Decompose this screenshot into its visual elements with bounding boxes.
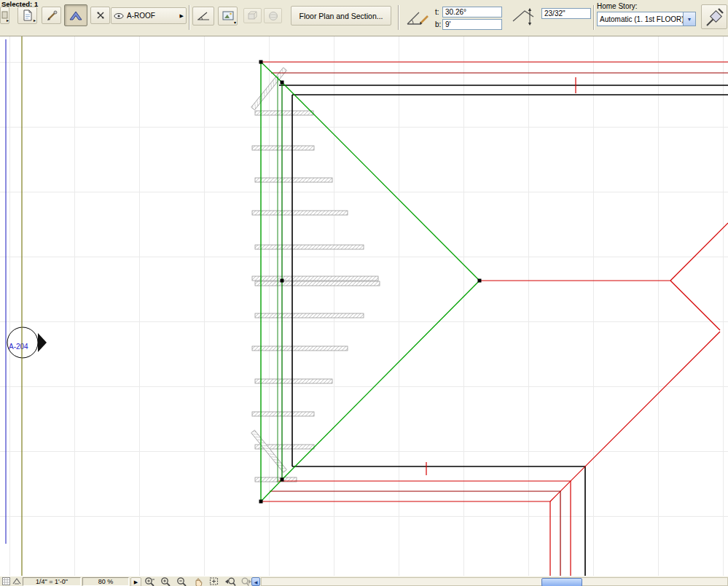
scale-value: 1/4" = 1'-0" bbox=[36, 578, 68, 585]
scrollbar-thumb[interactable] bbox=[541, 578, 582, 586]
zoom-tool-button[interactable] bbox=[143, 577, 157, 586]
zoom-in-button[interactable] bbox=[159, 577, 173, 586]
bottom-toolbar: 1/4" = 1'-0" 80 % ▶ bbox=[0, 576, 728, 586]
pan-button[interactable] bbox=[191, 577, 206, 586]
image-icon bbox=[222, 11, 234, 21]
figure-button[interactable]: ▾ bbox=[218, 7, 238, 26]
transform-tool-button[interactable] bbox=[90, 7, 110, 24]
roof-tool-icon bbox=[69, 9, 83, 22]
pitch-label: t: bbox=[435, 8, 439, 16]
zoom-icon bbox=[144, 577, 156, 586]
chevron-down-icon[interactable]: ▼ bbox=[683, 12, 695, 26]
base-label: b: bbox=[435, 20, 441, 28]
pick-up-parameters-button[interactable] bbox=[701, 4, 727, 29]
toolbar-separator bbox=[398, 5, 399, 30]
horizontal-scrollbar[interactable] bbox=[261, 577, 728, 586]
zoom-indicator[interactable]: 80 % bbox=[82, 577, 129, 586]
pitch-input[interactable] bbox=[442, 7, 502, 17]
section-marker-label: A-204 bbox=[9, 343, 28, 351]
home-story-value: Automatic (1. 1st FLOOR) bbox=[598, 12, 683, 26]
home-story-select[interactable]: Automatic (1. 1st FLOOR) ▼ bbox=[597, 12, 696, 26]
fit-in-window-button[interactable] bbox=[207, 577, 222, 586]
drawing-canvas[interactable]: A-204 bbox=[0, 36, 728, 576]
scale-indicator[interactable]: 1/4" = 1'-0" bbox=[23, 577, 81, 586]
sphere-icon bbox=[268, 11, 278, 21]
zoom-menu-button[interactable]: ▶ bbox=[130, 577, 141, 586]
zoom-out-button[interactable] bbox=[175, 577, 189, 586]
roof-pitch-icon bbox=[196, 10, 211, 22]
toolbar-separator bbox=[593, 5, 595, 30]
model-view-button[interactable] bbox=[243, 8, 262, 23]
eye-icon bbox=[114, 12, 124, 20]
previous-zoom-icon bbox=[224, 577, 236, 586]
floor-plan-and-section-button[interactable]: Floor Plan and Section... bbox=[291, 6, 391, 26]
pitch-angle-icon bbox=[405, 6, 431, 32]
eyedropper-icon bbox=[704, 6, 724, 28]
document-icon bbox=[23, 9, 33, 21]
next-zoom-icon bbox=[240, 577, 252, 586]
zoom-out-icon bbox=[176, 577, 188, 586]
roof-offset-icon bbox=[510, 7, 536, 30]
grid-table-icon bbox=[2, 577, 10, 585]
archicad-window: Selected: 1 ▸ ▸ bbox=[0, 0, 728, 586]
base-height-input[interactable] bbox=[442, 19, 502, 30]
previous-zoom-button[interactable] bbox=[223, 577, 238, 586]
zoom-in-icon bbox=[160, 577, 172, 586]
roof-glyph-icon bbox=[12, 577, 21, 585]
pan-options-button[interactable] bbox=[12, 577, 21, 586]
edge-tool-button[interactable]: ▸ bbox=[0, 7, 9, 24]
cross-arrows-icon bbox=[95, 9, 106, 21]
hand-icon bbox=[193, 577, 203, 586]
scroll-left-button[interactable]: ◀ bbox=[251, 577, 260, 586]
flyout-arrow-icon: ▾ bbox=[234, 20, 236, 25]
offset-input[interactable] bbox=[541, 8, 591, 19]
floor-plan-button-label: Floor Plan and Section... bbox=[300, 12, 383, 20]
layer-selector[interactable]: A-ROOF ▶ bbox=[111, 7, 187, 24]
toolbar-separator bbox=[189, 5, 190, 30]
layer-name: A-ROOF bbox=[127, 12, 177, 20]
pen-tool-button[interactable] bbox=[42, 7, 61, 24]
roof-tool-button[interactable] bbox=[64, 4, 87, 26]
document-tool-button[interactable]: ▸ bbox=[17, 7, 37, 24]
grid-background bbox=[0, 36, 728, 576]
roof-pitch-button[interactable] bbox=[192, 7, 214, 26]
plan-drawing: A-204 bbox=[0, 36, 728, 576]
top-toolbar: Selected: 1 ▸ ▸ bbox=[0, 0, 728, 36]
layer-flyout-icon: ▶ bbox=[180, 13, 184, 19]
fit-window-icon bbox=[208, 577, 220, 586]
render-button[interactable] bbox=[264, 8, 282, 23]
zoom-value: 80 % bbox=[98, 578, 114, 585]
home-story-label: Home Story: bbox=[597, 2, 638, 10]
cube-icon bbox=[247, 11, 258, 20]
quick-options-button[interactable] bbox=[1, 577, 11, 586]
pen-icon bbox=[46, 9, 58, 21]
flyout-arrow-icon: ▸ bbox=[7, 18, 9, 23]
flyout-arrow-icon: ▸ bbox=[34, 18, 36, 23]
